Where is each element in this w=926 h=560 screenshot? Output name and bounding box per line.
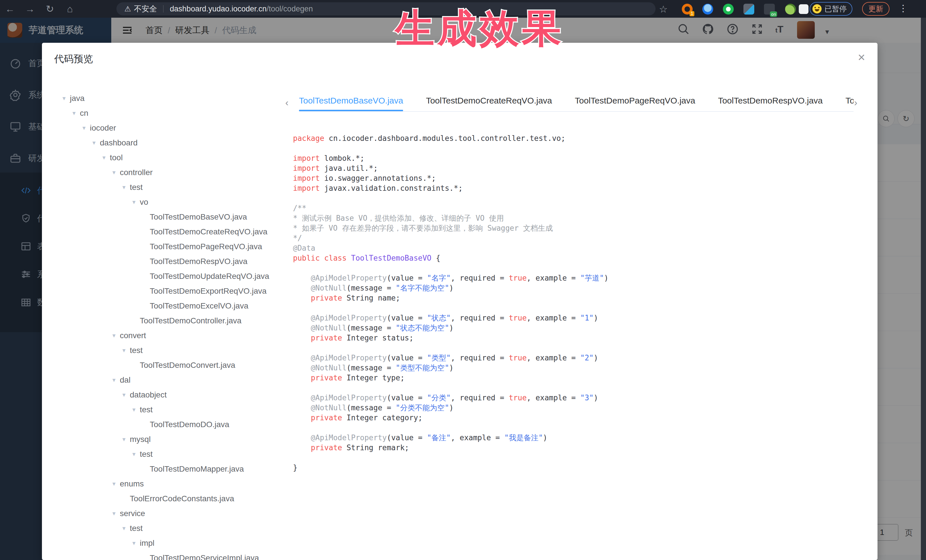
tree-caret-icon[interactable]: ▾ [103,154,110,162]
tree-file[interactable]: ToolTestDemoController.java [42,313,284,328]
tree-file[interactable]: ToolTestDemoUpdateReqVO.java [42,269,284,284]
tree-folder[interactable]: ▾test [42,447,284,462]
tree-item-label: ToolTestDemoDO.java [150,420,229,429]
tree-file[interactable]: ToolTestDemoCreateReqVO.java [42,224,284,239]
tree-caret-icon[interactable]: ▾ [82,124,90,132]
tabs-scroll-left-icon[interactable]: ‹ [285,97,288,108]
tree-folder[interactable]: ▾java [42,91,284,106]
extension-icon-list[interactable]: on [764,4,775,15]
tree-folder[interactable]: ▾test [42,521,284,536]
tree-file[interactable]: ToolTestDemoMapper.java [42,462,284,477]
tree-file[interactable]: ToolTestDemoDO.java [42,417,284,432]
extensions-puzzle-icon[interactable] [799,4,808,14]
tree-item-label: ToolTestDemoRespVO.java [150,257,247,266]
tree-file[interactable]: ToolErrorCodeConstants.java [42,491,284,506]
extension-icon-diamond[interactable] [743,4,754,15]
file-tree: ▾java▾cn▾iocoder▾dashboard▾tool▾controll… [42,91,284,560]
tree-caret-icon[interactable]: ▾ [132,450,140,458]
code-line: @ApiModelProperty(value = "名字", required… [293,273,861,283]
tree-folder[interactable]: ▾test [42,180,284,195]
tree-file[interactable]: ToolTestDemoPageReqVO.java [42,239,284,254]
tree-caret-icon[interactable]: ▾ [92,139,100,146]
code-line: import io.swagger.annotations.*; [293,174,861,183]
extension-icon-orange[interactable]: 1 [682,4,693,15]
tree-caret-icon[interactable]: ▾ [123,525,130,532]
address-bar[interactable]: ⚠ 不安全 dashboard.yudao.iocoder.cn/tool/co… [117,2,655,15]
tree-caret-icon[interactable]: ▾ [132,539,140,547]
tree-caret-icon[interactable]: ▾ [112,332,120,339]
tree-file[interactable]: ToolTestDemoConvert.java [42,358,284,373]
code-line: private Integer type; [293,373,861,383]
tree-folder[interactable]: ▾dataobject [42,388,284,402]
tree-caret-icon[interactable]: ▾ [112,510,120,517]
tree-item-label: ToolTestDemoServiceImpl.java [150,554,259,560]
tree-item-label: test [130,183,143,192]
tree-folder[interactable]: ▾dal [42,373,284,388]
tree-caret-icon[interactable]: ▾ [62,95,70,102]
url-domain[interactable]: dashboard.yudao.iocoder.cn [170,5,266,14]
tree-folder[interactable]: ▾test [42,343,284,358]
code-line: @NotNull(message = "状态不能为空") [293,323,861,333]
tree-folder[interactable]: ▾controller [42,165,284,180]
file-tab[interactable]: ToolTestDemoPageReqVO.java [575,94,695,111]
code-line: private String name; [293,293,861,303]
bookmark-star-icon[interactable]: ☆ [659,3,667,15]
dialog-title: 代码预览 [54,53,93,66]
tree-caret-icon[interactable]: ▾ [112,169,120,176]
tree-caret-icon[interactable]: ▾ [123,184,130,191]
tree-folder[interactable]: ▾mysql [42,432,284,447]
tree-folder[interactable]: ▾iocoder [42,121,284,136]
extension-icon-green-circle[interactable] [723,4,734,15]
reload-icon[interactable]: ↻ [40,3,60,15]
chrome-update-button[interactable]: 更新 [862,2,890,16]
security-label[interactable]: 不安全 [134,4,157,14]
tree-folder[interactable]: ▾impl [42,536,284,551]
code-line: } [293,463,861,473]
tree-item-label: ToolTestDemoPageReqVO.java [150,242,262,251]
update-label: 更新 [869,4,883,14]
extension-badge: 1 [690,11,694,16]
tabs-scroll-right-icon[interactable]: › [854,97,857,108]
tree-folder[interactable]: ▾test [42,402,284,417]
tree-folder[interactable]: ▾service [42,506,284,521]
file-tab[interactable]: ToolTestDemoCreateReqVO.java [426,94,552,111]
tree-file[interactable]: ToolTestDemoExcelVO.java [42,299,284,313]
file-tab[interactable]: ToolTestDemoBaseVO.java [299,94,403,111]
tree-file[interactable]: ToolTestDemoServiceImpl.java [42,551,284,560]
home-icon[interactable]: ⌂ [60,3,80,15]
tree-item-label: impl [140,539,154,548]
file-tab[interactable]: ToolTestDemoRespVO.java [718,94,823,111]
tree-folder[interactable]: ▾dashboard [42,136,284,150]
tree-item-label: ToolTestDemoExcelVO.java [150,301,248,311]
tree-folder[interactable]: ▾tool [42,150,284,165]
browser-menu-icon[interactable]: ⋮ [899,3,908,14]
close-icon[interactable]: × [858,50,865,65]
tree-folder[interactable]: ▾vo [42,195,284,210]
tree-caret-icon[interactable]: ▾ [123,391,130,398]
tree-caret-icon[interactable]: ▾ [112,376,120,384]
tree-file[interactable]: ToolTestDemoBaseVO.java [42,210,284,224]
tree-caret-icon[interactable]: ▾ [73,110,80,117]
code-line [293,263,861,273]
forward-icon[interactable]: → [20,3,40,15]
tree-caret-icon[interactable]: ▾ [123,347,130,354]
tree-caret-icon[interactable]: ▾ [123,436,130,443]
tabs-list: ToolTestDemoBaseVO.javaToolTestDemoCreat… [299,94,853,112]
extension-icon-drop[interactable] [702,4,713,15]
tree-folder[interactable]: ▾convert [42,328,284,343]
back-icon[interactable]: ← [0,3,20,15]
tree-folder[interactable]: ▾cn [42,106,284,121]
tree-caret-icon[interactable]: ▾ [132,198,140,206]
tree-caret-icon[interactable]: ▾ [112,480,120,488]
file-tab[interactable]: ToolTestDemoUpdateReqVO.java [846,94,853,111]
tree-folder[interactable]: ▾enums [42,477,284,491]
url-path[interactable]: /tool/codegen [267,5,313,14]
profile-paused-chip[interactable]: 已暂停 [809,2,852,16]
scrollbar[interactable] [921,18,926,560]
tree-file[interactable]: ToolTestDemoRespVO.java [42,254,284,269]
tree-file[interactable]: ToolTestDemoExportReqVO.java [42,284,284,299]
code-line: * 如果子 VO 存在差异的字段，请不要添加到这里，影响 Swagger 文档生… [293,223,861,233]
code-preview-dialog: 代码预览 × ▾java▾cn▾iocoder▾dashboard▾tool▾c… [42,43,878,560]
tree-caret-icon[interactable]: ▾ [132,406,140,414]
extension-icon-plant[interactable] [785,4,796,15]
